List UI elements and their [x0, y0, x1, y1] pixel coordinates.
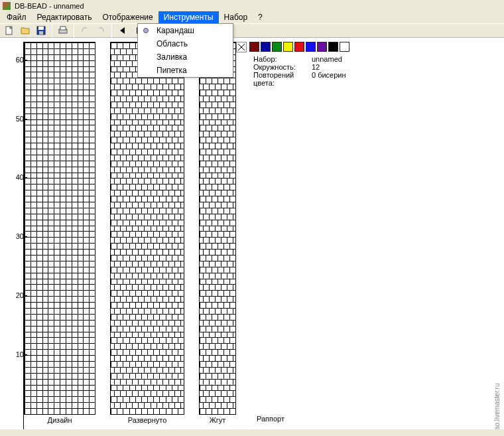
tool-fill-item[interactable]: Заливка [138, 50, 233, 64]
ruler: 605040302010 [5, 42, 24, 429]
color-swatch[interactable] [317, 42, 327, 52]
rope-grid[interactable] [199, 42, 236, 415]
tool-fill-label: Заливка [157, 52, 187, 62]
expanded-label: Развернуто [110, 415, 184, 424]
undo-button[interactable] [78, 24, 92, 37]
color-swatch[interactable] [261, 42, 271, 52]
toolbar [0, 23, 504, 38]
info-circ-label: Окружность: [253, 63, 312, 71]
design-panel: 605040302010 Дизайн [24, 42, 95, 429]
app-icon [3, 2, 11, 10]
tool-pencil-item[interactable]: Карандаш [138, 24, 233, 37]
print-button[interactable] [56, 24, 70, 37]
design-grid[interactable] [24, 42, 95, 415]
save-button[interactable] [34, 24, 48, 37]
menu-file[interactable]: Файл [1, 11, 32, 23]
color-swatch[interactable] [294, 42, 304, 52]
main-area: 605040302010 Дизайн Развернуто Жгут Рапп… [0, 38, 504, 429]
rope-panel: Жгут [199, 42, 236, 429]
rope-label: Жгут [199, 415, 236, 424]
clear-color-button[interactable] [236, 42, 247, 52]
toolbar-separator [74, 23, 74, 38]
open-button[interactable] [19, 24, 32, 37]
expanded-grid[interactable] [110, 42, 184, 415]
tool-pencil-label: Карандаш [157, 26, 194, 35]
tool-pipette-label: Пипетка [157, 66, 187, 75]
tools-dropdown: Карандаш Область Заливка Пипетка [137, 23, 233, 78]
redo-button[interactable] [94, 24, 107, 37]
menu-bar: Файл Редактировать Отображение Инструмен… [0, 11, 504, 23]
prev-button[interactable] [116, 24, 129, 37]
color-swatch[interactable] [340, 42, 349, 52]
info-set-value: unnamed [312, 55, 342, 63]
design-label: Дизайн [24, 415, 95, 424]
color-palette [236, 42, 351, 52]
svg-rect-3 [38, 27, 44, 30]
info-set-label: Набор: [253, 55, 312, 63]
info-reps-label: Повторений цвета: [253, 71, 312, 87]
svg-rect-4 [39, 31, 43, 35]
toolbar-separator [52, 23, 52, 38]
menu-help[interactable]: ? [253, 11, 268, 23]
rapport-panel: Раппорт [251, 42, 290, 429]
tool-area-item[interactable]: Область [138, 37, 233, 50]
watermark-text: yulka-jao.livemaster.ru [493, 317, 504, 429]
window-title: DB-BEAD - unnamed [15, 2, 84, 10]
checked-icon [143, 28, 149, 33]
rapport-label: Раппорт [251, 413, 290, 423]
color-swatch[interactable] [306, 42, 316, 52]
menu-view[interactable]: Отображение [97, 11, 158, 23]
info-reps-value: 0 бисерин [312, 71, 346, 87]
toolbar-separator [111, 23, 112, 38]
svg-rect-6 [60, 27, 66, 30]
color-swatch[interactable] [283, 42, 293, 52]
color-swatch[interactable] [328, 42, 338, 52]
tool-area-label: Область [157, 39, 188, 48]
info-circ-value: 12 [312, 63, 320, 71]
expanded-panel: Развернуто [110, 42, 184, 429]
color-swatch[interactable] [249, 42, 259, 52]
panels-area: 605040302010 Дизайн Развернуто Жгут Рапп… [0, 38, 290, 429]
menu-tools[interactable]: Инструменты [158, 11, 219, 23]
svg-marker-7 [120, 27, 125, 34]
menu-set[interactable]: Набор [219, 11, 253, 23]
info-panel: Набор:unnamed Окружность:12 Повторений ц… [253, 55, 346, 87]
menu-edit[interactable]: Редактировать [32, 11, 97, 23]
color-swatch[interactable] [272, 42, 282, 52]
title-bar: DB-BEAD - unnamed [0, 0, 504, 11]
tool-pipette-item[interactable]: Пипетка [138, 64, 233, 77]
workspace: 605040302010 Дизайн Развернуто Жгут Рапп… [0, 38, 504, 429]
new-button[interactable] [3, 24, 16, 37]
